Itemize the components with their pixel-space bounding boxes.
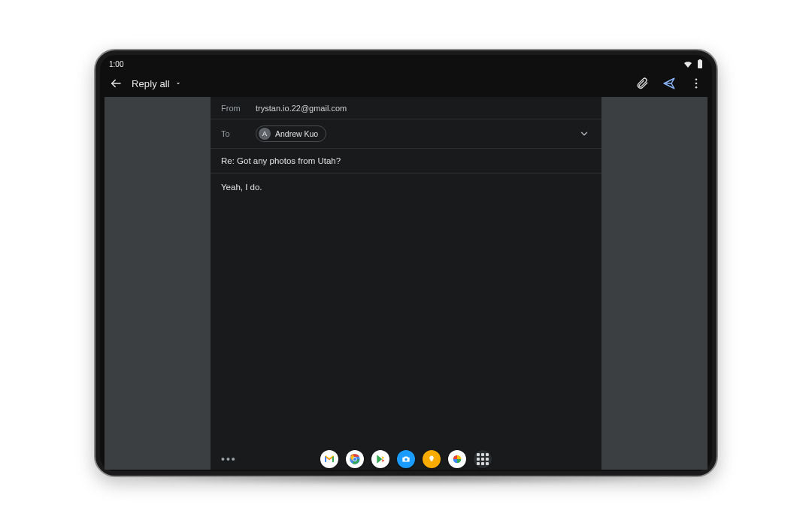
svg-rect-0 xyxy=(698,60,702,68)
to-row[interactable]: To A Andrew Kuo xyxy=(211,119,601,149)
dock-app-gmail[interactable] xyxy=(320,450,338,468)
workspace: From trystan.io.22@gmail.com To A Andrew… xyxy=(105,97,707,470)
dock-all-apps-button[interactable] xyxy=(474,450,492,468)
svg-point-5 xyxy=(695,83,698,85)
compose-panel: From trystan.io.22@gmail.com To A Andrew… xyxy=(211,97,601,470)
wifi-icon xyxy=(683,60,692,68)
recipient-chip[interactable]: A Andrew Kuo xyxy=(256,125,326,142)
app-bar-title: Reply all xyxy=(132,78,170,89)
reply-mode-dropdown[interactable]: Reply all xyxy=(132,78,182,89)
svg-point-10 xyxy=(404,458,408,461)
recipient-name: Andrew Kuo xyxy=(275,129,318,138)
send-icon xyxy=(662,77,676,90)
recipient-avatar: A xyxy=(259,128,271,140)
dock-app-keep[interactable] xyxy=(423,450,441,468)
attach-button[interactable] xyxy=(634,75,650,92)
caret-down-icon xyxy=(174,80,182,87)
dock-app-photos[interactable] xyxy=(448,450,466,468)
app-bar: Reply all xyxy=(105,70,707,97)
battery-icon xyxy=(697,59,703,68)
status-bar: 1:00 xyxy=(105,58,707,70)
svg-point-6 xyxy=(695,86,698,89)
svg-point-4 xyxy=(695,78,698,80)
to-label: To xyxy=(221,129,247,138)
more-options-button[interactable] xyxy=(688,75,704,92)
subject-field[interactable]: Re: Got any photos from Utah? xyxy=(211,149,601,174)
svg-point-9 xyxy=(353,458,356,461)
right-gutter xyxy=(601,97,707,470)
dock-app-chrome[interactable] xyxy=(346,450,364,468)
svg-rect-1 xyxy=(699,59,701,61)
subject-text: Re: Got any photos from Utah? xyxy=(221,156,341,165)
chevron-down-icon xyxy=(579,128,589,139)
from-label: From xyxy=(221,104,247,113)
send-button[interactable] xyxy=(661,75,677,92)
from-value: trystan.io.22@gmail.com xyxy=(256,104,591,113)
dock-app-play-store[interactable] xyxy=(371,450,389,468)
expand-recipients-button[interactable] xyxy=(577,128,591,139)
from-row[interactable]: From trystan.io.22@gmail.com xyxy=(211,97,601,119)
apps-grid-icon xyxy=(477,453,489,465)
body-field[interactable]: Yeah, I do. xyxy=(211,174,601,449)
taskbar xyxy=(95,450,717,468)
paperclip-icon xyxy=(635,77,649,90)
body-text: Yeah, I do. xyxy=(221,183,262,192)
status-time: 1:00 xyxy=(109,60,123,68)
more-vertical-icon xyxy=(689,77,703,90)
tablet-frame: 1:00 Reply all xyxy=(94,49,718,477)
back-button[interactable] xyxy=(108,75,124,92)
dock-app-camera[interactable] xyxy=(397,450,415,468)
left-gutter xyxy=(105,97,211,470)
